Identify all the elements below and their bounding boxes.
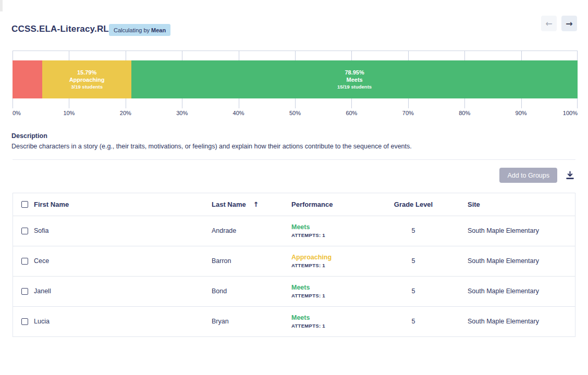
badge-emphasis: Mean <box>151 27 166 33</box>
segment-segname-label: Meets <box>346 76 362 83</box>
description-heading: Description <box>11 132 47 140</box>
axis-tick-label: 60% <box>346 110 357 116</box>
attempts-label: ATTEMPTS: 1 <box>291 323 359 329</box>
download-icon[interactable] <box>566 171 574 180</box>
grade-level-cell: 5 <box>359 246 468 276</box>
segment-students-label: 3/19 students <box>71 84 103 90</box>
row-checkbox[interactable] <box>21 258 28 265</box>
axis-tick-label: 30% <box>176 110 188 116</box>
chart-plot-area: 15.79%Approaching3/19 students78.95%Meet… <box>13 51 578 108</box>
previous-standard-button[interactable]: ← <box>541 16 557 31</box>
column-header-first-name[interactable]: First Name <box>34 201 69 208</box>
select-all-checkbox[interactable] <box>21 201 28 208</box>
axis-tick-label: 40% <box>233 110 244 116</box>
performance-distribution-chart: 15.79%Approaching3/19 students78.95%Meet… <box>13 51 578 118</box>
axis-tick-label: 50% <box>289 110 301 116</box>
axis-tick-label: 10% <box>63 110 75 116</box>
site-cell: South Maple Elementary <box>468 246 575 276</box>
table-row: LuciaBryanMeetsATTEMPTS: 15South Maple E… <box>13 306 575 336</box>
column-header-last-name[interactable]: Last Name↑ <box>212 193 291 216</box>
last-name-cell: Bond <box>212 276 291 306</box>
performance-value: Meets <box>291 314 359 321</box>
site-cell: South Maple Elementary <box>468 216 575 246</box>
arrow-left-icon: ← <box>545 19 552 29</box>
grade-level-cell: 5 <box>359 216 468 246</box>
column-header-site[interactable]: Site <box>468 193 575 216</box>
axis-tick-label: 80% <box>459 110 470 116</box>
bar-segment-approaching[interactable]: 15.79%Approaching3/19 students <box>42 60 131 98</box>
axis-tick-label: 0% <box>13 110 21 116</box>
last-name-cell: Bryan <box>212 306 291 336</box>
axis-tick-label: 70% <box>402 110 414 116</box>
last-name-cell: Barron <box>212 246 291 276</box>
calculating-by-badge: Calculating by Mean <box>109 24 170 36</box>
attempts-label: ATTEMPTS: 1 <box>291 262 359 268</box>
grade-level-cell: 5 <box>359 306 468 336</box>
row-checkbox[interactable] <box>21 318 28 325</box>
column-header-performance[interactable]: Performance <box>291 193 359 216</box>
row-checkbox[interactable] <box>21 228 28 234</box>
last-name-cell: Andrade <box>212 216 291 246</box>
first-name-cell: Lucia <box>34 318 50 325</box>
table-row: SofiaAndradeMeetsATTEMPTS: 15South Maple… <box>13 216 575 246</box>
segment-pct-label: 78.95% <box>345 69 364 76</box>
axis-tick-label: 20% <box>120 110 131 116</box>
performance-value: Approaching <box>291 254 359 261</box>
performance-value: Meets <box>291 284 359 291</box>
description-text: Describe characters in a story (e.g., th… <box>11 143 564 150</box>
site-cell: South Maple Elementary <box>468 276 575 306</box>
section-divider <box>13 159 575 160</box>
page-title: CCSS.ELA-Literacy.RL.3.3 <box>11 24 124 34</box>
first-name-cell: Janell <box>34 288 51 295</box>
bar-segment-meets[interactable]: 78.95%Meets15/19 students <box>131 60 578 98</box>
stacked-bar: 15.79%Approaching3/19 students78.95%Meet… <box>13 60 578 98</box>
segment-pct-label: 15.79% <box>77 69 96 76</box>
left-edge-strip <box>0 0 3 11</box>
first-name-cell: Cece <box>34 257 49 265</box>
table-row: CeceBarronApproachingATTEMPTS: 15South M… <box>13 246 575 276</box>
grade-level-cell: 5 <box>359 276 468 306</box>
axis-tick-label: 90% <box>516 110 527 116</box>
attempts-label: ATTEMPTS: 1 <box>291 232 359 238</box>
segment-segname-label: Approaching <box>69 76 105 83</box>
table-header-row: First Name Last Name↑ Performance Grade … <box>13 193 575 216</box>
attempts-label: ATTEMPTS: 1 <box>291 293 359 298</box>
row-checkbox[interactable] <box>21 288 28 295</box>
column-header-grade-level[interactable]: Grade Level <box>359 193 468 216</box>
badge-prefix: Calculating by <box>114 27 150 33</box>
table-row: JanellBondMeetsATTEMPTS: 15South Maple E… <box>13 276 575 306</box>
site-cell: South Maple Elementary <box>468 306 575 336</box>
next-standard-button[interactable]: → <box>561 16 577 31</box>
performance-value: Meets <box>291 223 359 231</box>
add-to-groups-button[interactable]: Add to Groups <box>499 168 557 183</box>
segment-students-label: 15/19 students <box>337 84 372 90</box>
axis-tick-label: 100% <box>563 110 578 116</box>
bar-segment-unlabeled[interactable] <box>13 60 42 98</box>
arrow-right-icon: → <box>566 19 572 29</box>
first-name-cell: Sofia <box>34 227 49 234</box>
student-roster-table: First Name Last Name↑ Performance Grade … <box>13 193 575 337</box>
table-actions: Add to Groups <box>499 168 574 183</box>
sort-ascending-icon[interactable]: ↑ <box>253 201 259 208</box>
